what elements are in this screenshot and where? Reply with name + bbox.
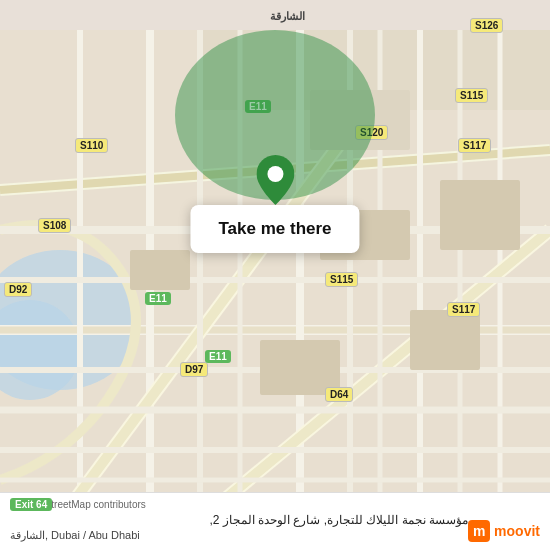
svg-point-34 [267, 166, 283, 182]
exit-label: Exit 64 [10, 498, 52, 511]
road-label-s108: S108 [38, 218, 71, 233]
road-label-d92: D92 [4, 282, 32, 297]
bottom-bar: © OpenStreetMap contributors Exit 64 مؤس… [0, 492, 550, 550]
highway-label-e11-bot: E11 [205, 350, 231, 363]
svg-rect-29 [130, 250, 190, 290]
road-label-s126: S126 [470, 18, 503, 33]
attribution-row: © OpenStreetMap contributors Exit 64 [10, 499, 540, 510]
road-label-d64: D64 [325, 387, 353, 402]
location-name-en: الشارقة, Dubai / Abu Dhabi [10, 529, 468, 542]
highway-label-e11-mid: E11 [145, 292, 171, 305]
road-label-s117-top: S117 [458, 138, 491, 153]
road-label-s115-mid: S115 [325, 272, 358, 287]
road-label-s117-bot: S117 [447, 302, 480, 317]
location-name-ar: مؤسسة نجمة الليلاك للتجارة, شارع الوحدة … [10, 512, 468, 529]
road-label-d97: D97 [180, 362, 208, 377]
moovit-text: moovit [494, 523, 540, 539]
moovit-logo: m moovit [468, 520, 540, 542]
svg-rect-33 [440, 180, 520, 250]
road-label-s110: S110 [75, 138, 108, 153]
map-container: الشارقة S126 S115 S110 S108 S120 S117 S1… [0, 0, 550, 550]
location-pin-icon [256, 155, 294, 205]
road-label-s115-top: S115 [455, 88, 488, 103]
city-label: الشارقة [270, 10, 305, 23]
take-me-there-button[interactable]: Take me there [190, 205, 359, 253]
svg-rect-30 [410, 310, 480, 370]
moovit-m-icon: m [468, 520, 490, 542]
take-me-there-popup: Take me there [190, 155, 359, 253]
